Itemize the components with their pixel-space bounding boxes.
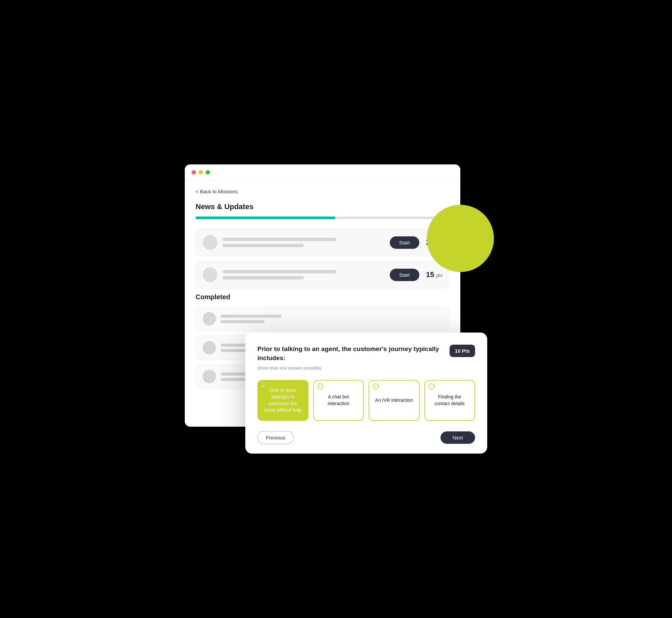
next-button[interactable]: Next xyxy=(440,431,475,444)
completed-card-1 xyxy=(196,306,450,331)
answer-text-2: A chat bot interaction xyxy=(319,394,358,407)
quiz-modal: Prior to talking to an agent, the custom… xyxy=(245,333,487,454)
completed-avatar-1 xyxy=(203,312,216,325)
mission-avatar-2 xyxy=(203,267,217,282)
mission-line-2b xyxy=(223,276,304,279)
start-button-2[interactable]: Start xyxy=(390,269,419,281)
progress-bar-container xyxy=(196,217,450,219)
answer-text-1: One or more attempts to overcome the iss… xyxy=(263,387,302,414)
mission-lines-2 xyxy=(223,270,384,279)
mission-card-1: Start 20 pts xyxy=(196,229,450,256)
mission-actions-2: Start 15 pts xyxy=(390,269,443,281)
traffic-light-green[interactable] xyxy=(206,170,210,175)
window-titlebar xyxy=(185,164,460,181)
mission-card-2: Start 15 pts xyxy=(196,261,450,288)
quiz-pts-badge: 10 Pts xyxy=(450,345,475,357)
answer-text-4: Finding the contact details xyxy=(430,394,469,407)
scene: < Back to Missions News & Updates Start … xyxy=(185,164,487,454)
answer-card-1[interactable]: ✓ One or more attempts to overcome the i… xyxy=(257,380,308,421)
mission-lines-1 xyxy=(223,238,384,247)
checkmark-outline-4 xyxy=(428,383,434,389)
mission-avatar-1 xyxy=(203,235,217,250)
mission-line-1b xyxy=(223,244,304,247)
quiz-header: Prior to talking to an agent, the custom… xyxy=(257,345,475,362)
answer-card-3[interactable]: An IVR interaction xyxy=(369,380,420,421)
completed-section-title: Completed xyxy=(196,293,450,301)
completed-avatar-3 xyxy=(203,370,216,383)
traffic-light-red[interactable] xyxy=(192,170,196,175)
start-button-1[interactable]: Start xyxy=(390,236,419,249)
checkmark-outline-2 xyxy=(317,383,323,389)
quiz-footer: Previous Next xyxy=(257,431,475,444)
mission-points-2: 15 pts xyxy=(426,270,443,279)
checkmark-outline-3 xyxy=(373,383,379,389)
previous-button[interactable]: Previous xyxy=(257,431,294,444)
back-to-missions-link[interactable]: < Back to Missions xyxy=(196,189,450,194)
answer-text-3: An IVR interaction xyxy=(375,397,413,404)
checkmark-1: ✓ xyxy=(261,383,267,389)
answer-card-4[interactable]: Finding the contact details xyxy=(424,380,475,421)
section-title: News & Updates xyxy=(196,202,450,211)
progress-bar-fill xyxy=(196,217,335,219)
mission-line-2a xyxy=(223,270,336,273)
traffic-light-yellow[interactable] xyxy=(199,170,203,175)
mission-line-1a xyxy=(223,238,336,241)
completed-line-1b xyxy=(221,320,264,323)
lime-circle-decoration xyxy=(427,205,494,272)
quiz-subtitle: (More than one answer possible) xyxy=(257,365,475,371)
answer-cards-grid: ✓ One or more attempts to overcome the i… xyxy=(257,380,475,421)
quiz-question: Prior to talking to an agent, the custom… xyxy=(257,345,450,362)
completed-line-1a xyxy=(221,315,281,318)
completed-avatar-2 xyxy=(203,341,216,354)
completed-lines-1 xyxy=(221,315,281,323)
answer-card-2[interactable]: A chat bot interaction xyxy=(313,380,364,421)
